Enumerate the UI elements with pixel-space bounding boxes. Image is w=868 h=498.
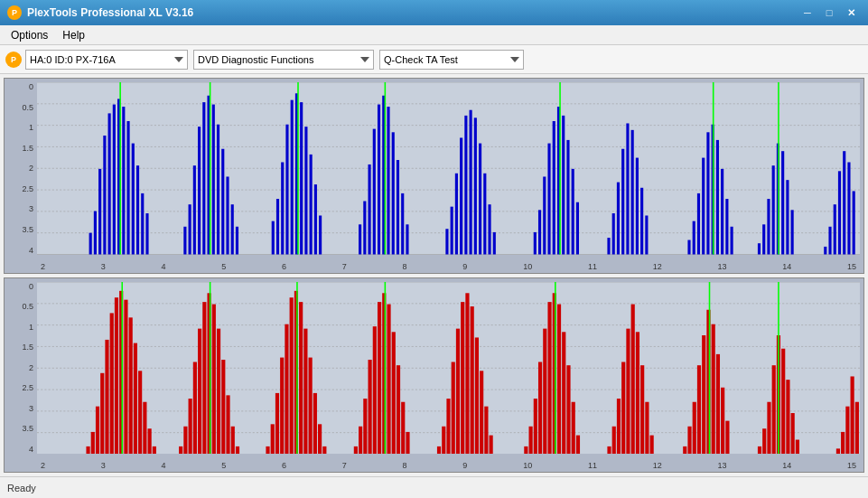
svg-rect-21 bbox=[145, 213, 148, 254]
svg-rect-218 bbox=[650, 435, 654, 454]
svg-rect-188 bbox=[456, 328, 460, 454]
svg-rect-57 bbox=[401, 193, 404, 255]
svg-rect-64 bbox=[464, 116, 467, 255]
device-select[interactable]: HA:0 ID:0 PX-716A bbox=[25, 50, 188, 70]
svg-rect-129 bbox=[96, 406, 99, 454]
maximize-button[interactable]: □ bbox=[819, 5, 839, 21]
svg-rect-223 bbox=[702, 334, 705, 454]
svg-rect-67 bbox=[479, 144, 481, 255]
svg-rect-20 bbox=[141, 193, 144, 255]
menu-help[interactable]: Help bbox=[55, 27, 92, 43]
svg-rect-191 bbox=[471, 306, 474, 454]
svg-rect-24 bbox=[189, 204, 191, 254]
svg-rect-197 bbox=[529, 426, 533, 454]
svg-rect-95 bbox=[706, 132, 709, 254]
svg-rect-213 bbox=[626, 328, 630, 454]
svg-rect-167 bbox=[313, 392, 317, 454]
svg-rect-36 bbox=[272, 221, 275, 255]
svg-rect-155 bbox=[236, 446, 239, 454]
svg-rect-233 bbox=[772, 365, 776, 454]
svg-rect-211 bbox=[617, 399, 621, 454]
svg-rect-23 bbox=[183, 227, 186, 255]
status-bar: Ready bbox=[0, 476, 868, 498]
svg-rect-48 bbox=[359, 224, 361, 254]
svg-rect-32 bbox=[226, 176, 229, 254]
menu-options[interactable]: Options bbox=[4, 27, 55, 43]
svg-rect-94 bbox=[702, 158, 705, 255]
svg-rect-17 bbox=[126, 121, 129, 254]
svg-rect-204 bbox=[562, 332, 565, 454]
svg-rect-243 bbox=[851, 376, 854, 454]
svg-rect-212 bbox=[621, 362, 625, 454]
svg-rect-195 bbox=[490, 435, 493, 454]
svg-rect-105 bbox=[772, 165, 775, 254]
svg-rect-50 bbox=[368, 164, 370, 255]
svg-rect-244 bbox=[855, 401, 859, 454]
function-select[interactable]: DVD Diagnostic Functions bbox=[193, 50, 374, 70]
svg-rect-189 bbox=[461, 302, 464, 454]
svg-rect-80 bbox=[576, 202, 579, 255]
svg-rect-27 bbox=[202, 102, 205, 254]
svg-rect-91 bbox=[687, 240, 690, 255]
svg-rect-154 bbox=[231, 426, 235, 454]
svg-rect-86 bbox=[626, 123, 629, 254]
svg-rect-184 bbox=[437, 446, 441, 454]
svg-rect-135 bbox=[124, 299, 127, 454]
svg-rect-12 bbox=[103, 136, 106, 255]
svg-rect-29 bbox=[212, 105, 215, 255]
svg-rect-69 bbox=[488, 204, 490, 254]
svg-rect-151 bbox=[217, 328, 220, 454]
svg-rect-73 bbox=[543, 176, 546, 254]
svg-rect-242 bbox=[845, 406, 849, 454]
svg-rect-139 bbox=[143, 401, 146, 454]
svg-rect-230 bbox=[758, 446, 761, 454]
svg-rect-152 bbox=[221, 360, 225, 454]
svg-rect-26 bbox=[198, 127, 201, 254]
svg-rect-169 bbox=[322, 446, 326, 454]
svg-rect-132 bbox=[110, 313, 114, 454]
svg-rect-116 bbox=[847, 162, 850, 254]
svg-rect-165 bbox=[303, 328, 307, 454]
svg-rect-102 bbox=[758, 243, 761, 254]
svg-rect-162 bbox=[290, 297, 294, 454]
svg-rect-14 bbox=[113, 105, 116, 255]
minimize-button[interactable]: ─ bbox=[798, 5, 817, 21]
svg-rect-240 bbox=[836, 448, 840, 454]
svg-rect-226 bbox=[716, 353, 720, 454]
svg-rect-219 bbox=[683, 446, 686, 454]
svg-rect-40 bbox=[291, 100, 294, 255]
svg-rect-39 bbox=[285, 125, 288, 255]
svg-rect-158 bbox=[271, 424, 275, 454]
svg-rect-98 bbox=[721, 169, 723, 255]
svg-rect-160 bbox=[280, 357, 284, 454]
svg-rect-180 bbox=[397, 365, 400, 454]
svg-rect-201 bbox=[547, 302, 551, 454]
svg-rect-113 bbox=[834, 204, 836, 254]
svg-rect-25 bbox=[193, 165, 196, 254]
close-button[interactable]: ✕ bbox=[841, 5, 861, 21]
svg-rect-232 bbox=[767, 401, 770, 454]
svg-rect-206 bbox=[572, 401, 575, 454]
test-select[interactable]: Q-Check TA Test bbox=[379, 50, 524, 70]
svg-rect-174 bbox=[368, 360, 371, 454]
svg-rect-146 bbox=[193, 362, 197, 454]
svg-rect-186 bbox=[446, 399, 450, 454]
svg-rect-112 bbox=[828, 227, 831, 255]
svg-rect-131 bbox=[105, 339, 108, 454]
device-selector-group: P HA:0 ID:0 PX-716A bbox=[5, 50, 188, 70]
svg-rect-178 bbox=[387, 304, 390, 454]
window-controls: ─ □ ✕ bbox=[798, 5, 861, 21]
svg-rect-70 bbox=[493, 232, 496, 255]
svg-rect-153 bbox=[226, 395, 229, 454]
svg-rect-144 bbox=[183, 426, 187, 454]
svg-rect-164 bbox=[299, 302, 303, 454]
svg-rect-221 bbox=[693, 401, 696, 454]
svg-rect-109 bbox=[791, 210, 794, 254]
svg-rect-175 bbox=[373, 326, 377, 454]
svg-rect-133 bbox=[115, 297, 118, 454]
svg-rect-168 bbox=[318, 424, 322, 454]
svg-rect-30 bbox=[217, 125, 219, 255]
svg-rect-173 bbox=[363, 399, 367, 454]
svg-rect-237 bbox=[791, 413, 795, 454]
svg-rect-77 bbox=[562, 116, 565, 255]
